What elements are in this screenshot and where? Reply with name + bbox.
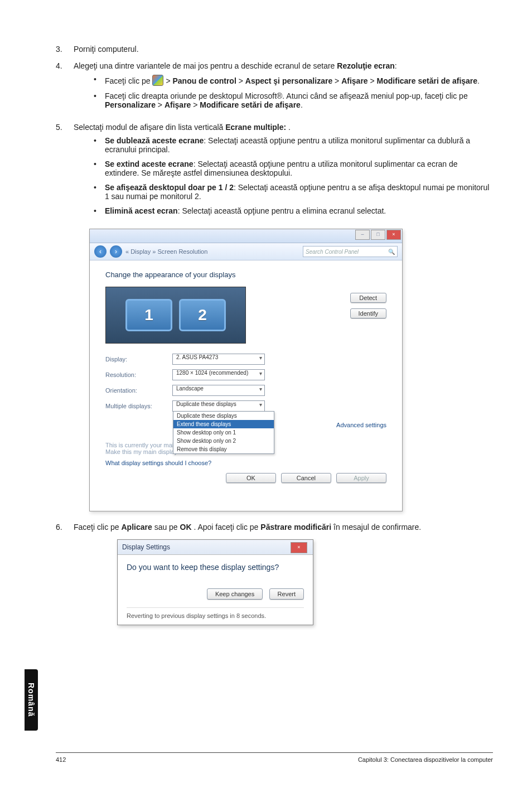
text: >: [158, 100, 165, 109]
bold: Elimină acest ecran: [105, 206, 178, 215]
bold: OK: [180, 523, 192, 532]
display-label: Display:: [105, 356, 167, 363]
opt-show-one: Se afişează desktopul doar pe 1 / 2: Sel…: [90, 183, 493, 201]
dropdown-option[interactable]: Show desktop only on 2: [173, 437, 274, 445]
bold: Modificare setări de afişare: [377, 76, 478, 85]
monitor-2[interactable]: 2: [179, 299, 226, 331]
text: .: [286, 123, 291, 132]
bold: Se afişează desktopul doar pe 1 / 2: [105, 183, 234, 192]
step-3: 3. Porniţi computerul.: [56, 45, 493, 54]
maximize-icon[interactable]: □: [371, 230, 385, 240]
step-5: 5. Selectaţi modul de afişare din lista …: [56, 123, 493, 221]
screenshot-screen-resolution: – □ × ‹ › « Display » Screen Resolution …: [89, 229, 403, 511]
identify-button[interactable]: Identify: [350, 308, 386, 318]
revert-timer: Reverting to previous display settings i…: [127, 607, 304, 619]
substep-4a: Faceţi clic pe > Panou de control > Aspe…: [90, 75, 493, 86]
text: : Selectaţi această opţiune pentru a eli…: [178, 206, 386, 215]
search-placeholder: Search Control Panel: [306, 249, 359, 255]
bold: Aplicare: [121, 523, 152, 532]
step-text: Porniţi computerul.: [74, 45, 493, 54]
orientation-label: Orientation:: [105, 387, 167, 394]
bold: Aspect şi personalizare: [245, 76, 332, 85]
bold: Se dublează aceste ecrane: [105, 136, 204, 145]
select-value: Duplicate these displays: [176, 401, 236, 407]
step-num: 3.: [56, 45, 71, 54]
apply-button[interactable]: Apply: [336, 473, 386, 483]
step-text: Faceţi clic pe Aplicare sau pe OK . Apoi…: [74, 523, 493, 532]
minimize-icon[interactable]: –: [355, 230, 370, 240]
opt-extend: Se extind aceste ecrane: Selectaţi aceas…: [90, 160, 493, 177]
multiple-displays-select[interactable]: Duplicate these displays Duplicate these…: [172, 400, 265, 412]
opt-remove: Elimină acest ecran: Selectaţi această o…: [90, 206, 493, 215]
multiple-displays-label: Multiple displays:: [105, 403, 167, 409]
page-footer: 412 Capitolul 3: Conectarea dispozitivel…: [56, 752, 493, 763]
text: sau pe: [154, 523, 180, 532]
dialog-question: Do you want to keep these display settin…: [127, 563, 304, 572]
page-title: Change the appearance of your displays: [105, 270, 386, 279]
page-number: 412: [56, 756, 66, 763]
bold: Modificare setări de afişare: [200, 100, 301, 109]
bold: Afişare: [165, 100, 191, 109]
nav-bar: ‹ › « Display » Screen Resolution Search…: [90, 243, 402, 260]
bold: Afişare: [341, 76, 367, 85]
text: >: [166, 76, 172, 85]
help-link[interactable]: What display settings should I choose?: [105, 460, 386, 466]
dialog-title: Display Settings: [122, 543, 170, 551]
search-input[interactable]: Search Control Panel: [303, 246, 398, 257]
revert-button[interactable]: Revert: [269, 588, 304, 600]
step-text: Alegeţi una dintre variantele de mai jos…: [74, 61, 493, 115]
text: Alegeţi una dintre variantele de mai jos…: [74, 61, 337, 70]
text: :: [395, 61, 397, 70]
step-4: 4. Alegeţi una dintre variantele de mai …: [56, 61, 493, 115]
orientation-select[interactable]: Landscape: [172, 385, 265, 396]
advanced-settings-link[interactable]: Advanced settings: [336, 422, 386, 428]
multiple-displays-dropdown: Duplicate these displays Extend these di…: [173, 411, 274, 454]
dropdown-option[interactable]: Remove this display: [173, 445, 274, 453]
breadcrumb[interactable]: « Display » Screen Resolution: [125, 248, 207, 255]
dropdown-option[interactable]: Extend these displays: [173, 420, 274, 428]
forward-icon[interactable]: ›: [110, 245, 122, 258]
display-select[interactable]: 2. ASUS PA4273: [172, 354, 265, 365]
bold: Ecrane multiple:: [225, 123, 286, 132]
step-num: 6.: [56, 523, 71, 532]
keep-changes-button[interactable]: Keep changes: [207, 588, 263, 600]
back-icon[interactable]: ‹: [94, 245, 107, 258]
monitor-1[interactable]: 1: [125, 299, 172, 331]
dropdown-option[interactable]: Duplicate these displays: [173, 412, 274, 420]
cancel-button[interactable]: Cancel: [281, 473, 331, 483]
bold: Păstrare modificări: [260, 523, 331, 532]
substep-4b: Faceţi clic dreapta oriunde pe desktopul…: [90, 91, 493, 109]
text: >: [193, 100, 200, 109]
bold: Personalizare: [105, 100, 156, 109]
step-text: Selectaţi modul de afişare din lista ver…: [74, 123, 493, 221]
text: >: [335, 76, 341, 85]
opt-duplicate: Se dublează aceste ecrane: Selectaţi ace…: [90, 136, 493, 154]
text: >: [239, 76, 245, 85]
step-num: 5.: [56, 123, 71, 132]
text: >: [370, 76, 377, 85]
text: .: [477, 76, 480, 85]
ok-button[interactable]: OK: [226, 473, 276, 483]
window-titlebar: – □ ×: [90, 229, 402, 243]
language-tab: Română: [25, 669, 38, 731]
chapter-title: Capitolul 3: Conectarea dispozitivelor l…: [358, 756, 493, 763]
text: Faceţi clic pe: [105, 76, 153, 85]
resolution-select[interactable]: 1280 × 1024 (recommended): [172, 369, 265, 380]
close-icon[interactable]: ×: [291, 542, 307, 553]
display-arrangement[interactable]: 1 2: [105, 287, 246, 344]
text: în mesajul de confirmare.: [333, 523, 421, 532]
close-icon[interactable]: ×: [386, 230, 401, 240]
text: Faceţi clic pe: [74, 523, 122, 532]
bold: Rezoluţie ecran: [337, 61, 394, 70]
dialog-titlebar: Display Settings ×: [118, 540, 313, 555]
step-6: 6. Faceţi clic pe Aplicare sau pe OK . A…: [56, 523, 493, 532]
bold: Se extind aceste ecrane: [105, 160, 194, 168]
screenshot-confirm-dialog: Display Settings × Do you want to keep t…: [117, 539, 313, 625]
dropdown-option[interactable]: Show desktop only on 1: [173, 428, 274, 437]
text: Selectaţi modul de afişare din lista ver…: [74, 123, 225, 132]
resolution-label: Resolution:: [105, 371, 167, 378]
bold: Panou de control: [172, 76, 236, 85]
text: . Apoi faceţi clic pe: [194, 523, 260, 532]
detect-button[interactable]: Detect: [350, 293, 386, 303]
text: Faceţi clic dreapta oriunde pe desktopul…: [105, 91, 468, 100]
